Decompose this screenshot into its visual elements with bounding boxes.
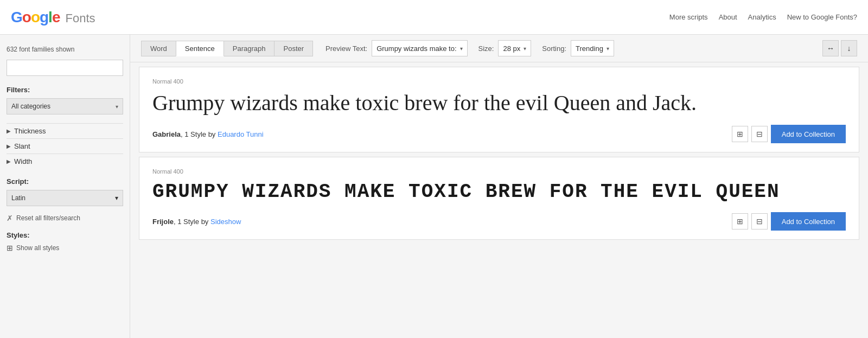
tab-paragraph[interactable]: Paragraph (224, 41, 275, 56)
script-arrow-icon: ▾ (115, 194, 118, 202)
font-actions-0: ⊞ ⊟ Add to Collection (732, 125, 846, 143)
font-author-link-1[interactable]: Sideshow (210, 218, 241, 226)
nav-analytics[interactable]: Analytics (748, 13, 776, 21)
grid-square-button-1[interactable]: ⊟ (751, 213, 768, 229)
font-meta-0: Gabriela, 1 Style by Eduardo Tunni ⊞ ⊟ A… (152, 125, 846, 143)
categories-label: All categories (11, 103, 50, 110)
slant-label: Slant (14, 142, 30, 150)
grid-plus-icon-1: ⊞ (737, 217, 743, 226)
font-author-prefix-1: by (201, 218, 209, 226)
grid-plus-button-1[interactable]: ⊞ (732, 213, 748, 229)
add-to-collection-button-1[interactable]: Add to Collection (771, 212, 846, 231)
font-name-1: Frijole (152, 218, 174, 226)
font-preview-0: Grumpy wizards make toxic brew for the e… (152, 90, 846, 116)
width-label: Width (14, 157, 32, 165)
font-count: 632 font families shown (7, 46, 123, 53)
reset-filters-button[interactable]: ✗ Reset all filters/search (7, 214, 123, 222)
show-all-styles-button[interactable]: ⊞ Show all styles (7, 244, 123, 252)
script-label: Script: (7, 177, 123, 186)
size-select[interactable]: 28 px ▾ (498, 40, 531, 56)
preview-text-select[interactable]: Grumpy wizards make to: ▾ (372, 40, 467, 56)
nav-new[interactable]: New to Google Fonts? (787, 13, 857, 21)
slant-caret-icon: ▶ (7, 143, 11, 149)
grid-square-button-0[interactable]: ⊟ (751, 126, 768, 142)
styles-section: Styles: ⊞ Show all styles (7, 231, 123, 252)
font-card-1: Normal 400 GRUMPY WIZARDS MAKE TOXIC BRE… (139, 157, 859, 240)
nav-about[interactable]: About (719, 13, 737, 21)
size-arrow-icon: ▾ (524, 46, 526, 52)
font-actions-1: ⊞ ⊟ Add to Collection (732, 212, 846, 231)
grid-square-icon-1: ⊟ (756, 217, 763, 226)
content-area: Word Sentence Paragraph Poster Preview T… (130, 35, 868, 338)
logo-fonts-text: Fonts (65, 11, 95, 25)
font-author-link-0[interactable]: Eduardo Tunni (218, 130, 264, 138)
thickness-filter[interactable]: ▶ Thickness (7, 123, 123, 138)
font-name-0: Gabriela (152, 130, 181, 138)
font-card-0: Normal 400 Grumpy wizards make toxic bre… (139, 67, 859, 152)
script-value: Latin (11, 194, 25, 202)
sorting-select[interactable]: Trending ▾ (571, 40, 614, 56)
toolbar-right-actions: ↔ ↓ (822, 40, 857, 56)
size-label: Size: (478, 44, 494, 53)
add-to-collection-button-0[interactable]: Add to Collection (771, 125, 846, 143)
font-preview-1: GRUMPY WIZARDS MAKE TOXIC BREW FOR THE E… (152, 180, 846, 203)
preview-tabs: Word Sentence Paragraph Poster (141, 41, 312, 56)
styles-label: Styles: (7, 231, 123, 239)
link-icon-button[interactable]: ↔ (822, 40, 839, 56)
grid-plus-button-0[interactable]: ⊞ (732, 126, 748, 142)
preview-text-value: Grumpy wizards make to: (376, 44, 456, 53)
grid-square-icon-0: ⊟ (756, 130, 763, 138)
header: Google Fonts More scripts About Analytic… (0, 0, 868, 35)
sorting-value: Trending (576, 44, 603, 53)
font-meta-1: Frijole, 1 Style by Sideshow ⊞ ⊟ Add to … (152, 212, 846, 231)
slant-filter[interactable]: ▶ Slant (7, 138, 123, 154)
logo-google: Google (11, 9, 60, 26)
thickness-label: Thickness (14, 127, 46, 135)
download-icon: ↓ (847, 44, 851, 53)
font-style-label-0: Normal 400 (152, 78, 846, 85)
logo: Google Fonts (11, 9, 95, 26)
tab-word[interactable]: Word (141, 41, 176, 56)
show-all-styles-label: Show all styles (16, 244, 59, 252)
width-filter[interactable]: ▶ Width (7, 154, 123, 169)
categories-arrow-icon: ▾ (116, 104, 118, 110)
thickness-caret-icon: ▶ (7, 128, 11, 134)
nav-more-scripts[interactable]: More scripts (669, 13, 708, 21)
script-dropdown[interactable]: Latin ▾ (7, 190, 123, 206)
download-icon-button[interactable]: ↓ (841, 40, 857, 56)
font-styles-count-0: 1 Style (184, 130, 206, 138)
preview-text-label: Preview Text: (326, 44, 367, 53)
reset-label: Reset all filters/search (16, 214, 80, 222)
preview-text-arrow-icon: ▾ (460, 46, 463, 52)
reset-icon: ✗ (7, 214, 13, 222)
search-input[interactable] (7, 60, 123, 76)
sorting-arrow-icon: ▾ (607, 46, 609, 52)
font-style-label-1: Normal 400 (152, 168, 846, 175)
font-meta-text-0: Gabriela, 1 Style by Eduardo Tunni (152, 130, 264, 138)
filters-label: Filters: (7, 86, 123, 94)
tab-sentence[interactable]: Sentence (176, 41, 224, 56)
grid-plus-icon-0: ⊞ (737, 130, 743, 138)
width-caret-icon: ▶ (7, 158, 11, 164)
categories-dropdown[interactable]: All categories ▾ (7, 98, 123, 114)
font-styles-count-1: 1 Style (177, 218, 199, 226)
link-icon: ↔ (827, 44, 834, 53)
sidebar: 632 font families shown Filters: All cat… (0, 35, 130, 338)
tab-poster[interactable]: Poster (274, 41, 313, 56)
header-navigation: More scripts About Analytics New to Goog… (669, 13, 857, 21)
sorting-label: Sorting: (542, 44, 566, 53)
styles-grid-icon: ⊞ (7, 244, 13, 252)
font-author-prefix-0: by (208, 130, 216, 138)
font-meta-text-1: Frijole, 1 Style by Sideshow (152, 218, 241, 226)
main-layout: 632 font families shown Filters: All cat… (0, 35, 868, 338)
size-value: 28 px (503, 44, 520, 53)
script-section: Script: Latin ▾ (7, 177, 123, 206)
toolbar: Word Sentence Paragraph Poster Preview T… (130, 35, 868, 62)
